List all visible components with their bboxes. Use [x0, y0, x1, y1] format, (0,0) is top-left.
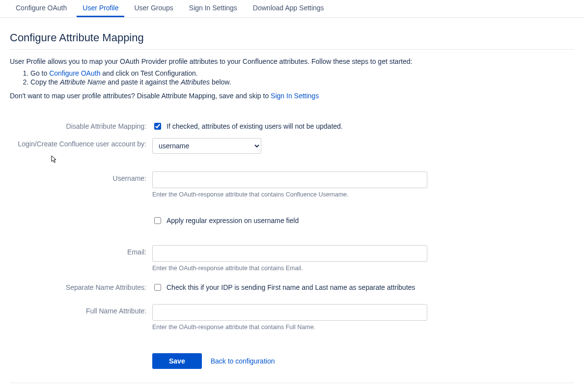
tab-configure-oauth[interactable]: Configure OAuth [10, 0, 73, 17]
full-name-input[interactable] [152, 304, 427, 321]
disable-mapping-text: If checked, attributes of existing users… [167, 122, 343, 130]
full-name-help: Enter the OAuth-response attribute that … [152, 324, 427, 331]
sign-in-settings-link[interactable]: Sign In Settings [271, 92, 319, 100]
tab-bar: Configure OAuth User Profile User Groups… [0, 0, 584, 18]
tab-user-groups[interactable]: User Groups [128, 0, 179, 17]
intro-text: User Profile allows you to map your OAut… [10, 57, 574, 65]
attribute-mapping-form: Disable Attribute Mapping: If checked, a… [10, 119, 452, 378]
tab-download-app-settings[interactable]: Download App Settings [247, 0, 330, 17]
regex-checkbox[interactable] [154, 217, 161, 224]
regex-row[interactable]: Apply regular expression on username fie… [152, 216, 427, 225]
email-label: Email: [10, 245, 152, 256]
email-help: Enter the OAuth-response attribute that … [152, 265, 427, 272]
email-input[interactable] [152, 245, 427, 262]
page-title: Configure Attribute Mapping [10, 31, 574, 50]
separate-name-label: Separate Name Attributes: [10, 280, 152, 291]
steps-list: Go to Configure OAuth and click on Test … [10, 69, 574, 86]
back-to-configuration-link[interactable]: Back to configuration [211, 357, 275, 365]
save-button[interactable]: Save [152, 353, 202, 369]
username-label: Username: [10, 171, 152, 182]
login-by-select[interactable]: username [152, 138, 261, 154]
login-by-label: Login/Create Confluence user account by: [10, 138, 152, 148]
tab-user-profile[interactable]: User Profile [77, 0, 124, 17]
regex-text: Apply regular expression on username fie… [167, 217, 299, 224]
step-2: Copy the Attribute Name and paste it aga… [30, 78, 574, 86]
disable-mapping-checkbox[interactable] [154, 123, 161, 130]
username-input[interactable] [152, 171, 427, 188]
footer-divider [10, 383, 574, 383]
configure-oauth-link[interactable]: Configure OAuth [49, 69, 100, 77]
disable-mapping-label: Disable Attribute Mapping: [10, 119, 152, 130]
separate-name-text: Check this if your IDP is sending First … [167, 283, 415, 291]
step-1: Go to Configure OAuth and click on Test … [30, 69, 574, 77]
username-help: Enter the OAuth-response attribute that … [152, 191, 427, 198]
separate-name-row[interactable]: Check this if your IDP is sending First … [152, 282, 427, 292]
main-content: Configure Attribute Mapping User Profile… [0, 18, 584, 392]
separate-name-checkbox[interactable] [154, 284, 161, 291]
full-name-label: Full Name Attribute: [10, 304, 152, 315]
skip-text: Don't want to map user profile attribute… [10, 92, 574, 100]
tab-sign-in-settings[interactable]: Sign In Settings [183, 0, 243, 17]
disable-mapping-row[interactable]: If checked, attributes of existing users… [152, 121, 427, 131]
